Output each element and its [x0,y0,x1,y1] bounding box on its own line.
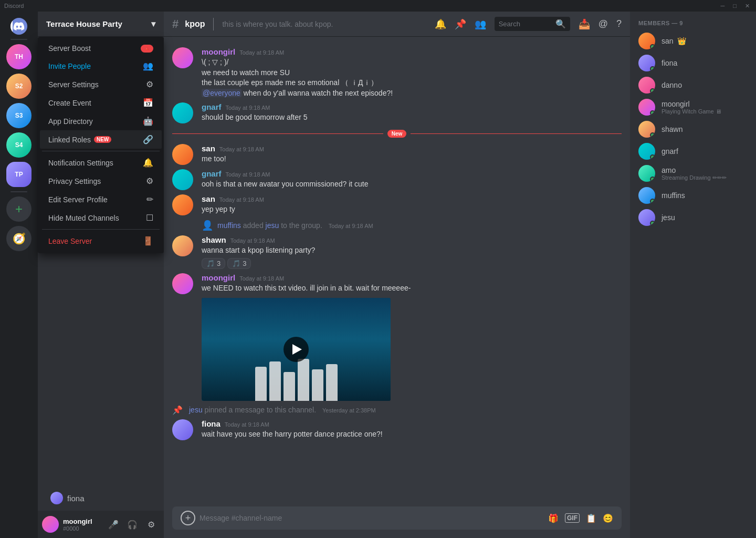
muffins-member-avatar [638,187,655,204]
message-plus-button[interactable]: + [181,511,195,525]
members-header-icon[interactable]: 👥 [475,18,486,30]
user-controls: 🎤 🎧 ⚙ [105,516,160,533]
menu-item-app-directory[interactable]: App Directory 🤖 [40,112,162,130]
user-area: moongirl #0000 🎤 🎧 ⚙ [38,511,164,538]
member-item-shawn[interactable]: shawn [634,119,752,140]
channel-item-fiona[interactable]: fiona [42,490,160,506]
member-item-danno[interactable]: danno [634,75,752,96]
menu-item-leave-server[interactable]: Leave Server 🚪 [40,232,162,250]
emoji-icon[interactable]: 😊 [603,513,613,523]
current-user-avatar [42,516,59,533]
menu-item-server-boost[interactable]: Server Boost 🔺 [40,40,162,57]
pin-icon: 📌 [172,405,183,415]
at-header-icon[interactable]: @ [598,18,608,29]
server-icon-3[interactable]: S3 [6,103,32,128]
message-content-san-2: san Today at 9:18 AM yep yep ty [202,194,622,215]
member-item-amo[interactable]: amo Streaming Drawing ✏✏✏ [634,163,752,184]
new-message-divider: New [172,130,622,138]
video-embed[interactable] [202,298,391,401]
message-author-fiona[interactable]: fiona [202,419,220,428]
help-header-icon[interactable]: ? [616,18,622,29]
member-item-gnarf[interactable]: gnarf [634,141,752,162]
gif-icon[interactable]: GIF [565,513,580,523]
server-icon-1[interactable]: TH [6,44,32,69]
message-input-placeholder[interactable]: Message #channel-name [200,514,544,522]
channel-list: fiona [38,485,164,511]
member-item-moongirl[interactable]: moongirl Playing Witch Game 🖥 [634,97,752,118]
reaction-music-1[interactable]: 🎵 3 [202,258,225,269]
message-input-icons: 🎁 GIF 📋 😊 [548,513,613,523]
server-icon-2[interactable]: S2 [6,74,32,99]
message-author-gnarf-1[interactable]: gnarf [202,102,222,111]
search-bar[interactable]: Search 🔍 [495,17,570,31]
message-author-moongirl-2[interactable]: moongirl [202,273,235,282]
new-badge: NEW [94,136,111,143]
gift-icon[interactable]: 🎁 [548,513,559,523]
menu-item-edit-server-profile[interactable]: Edit Server Profile ✏ [40,190,162,209]
menu-item-invite-people[interactable]: Invite People 👥 [40,57,162,75]
video-play-button[interactable] [284,337,309,362]
amo-member-avatar [638,165,655,182]
leave-server-label: Leave Server [48,237,92,245]
message-header-fiona: fiona Today at 9:18 AM [202,419,622,428]
mic-button[interactable]: 🎤 [105,516,122,533]
headphones-button[interactable]: 🎧 [124,516,141,533]
message-header-shawn: shawn Today at 9:18 AM [202,235,622,244]
server-header[interactable]: Terrace House Party ▾ [38,12,164,37]
message-header-1: moongirl Today at 9:18 AM [202,47,622,56]
message-reactions-shawn: 🎵 3 🎵 3 [202,258,622,269]
play-triangle-icon [292,344,302,355]
server-divider [10,39,27,40]
inbox-header-icon[interactable]: 📥 [579,18,590,30]
pin-header-icon[interactable]: 📌 [455,18,466,30]
muffins-member-info: muffins [662,191,685,200]
message-header-moongirl-2: moongirl Today at 9:18 AM [202,273,622,282]
menu-item-notification-settings[interactable]: Notification Settings 🔔 [40,153,162,172]
system-mention-muffins[interactable]: muffins [217,221,241,230]
notification-settings-label: Notification Settings [48,159,113,167]
sticker-icon[interactable]: 📋 [586,513,596,523]
message-text-san-2: yep yep ty [202,204,622,215]
user-settings-button[interactable]: ⚙ [143,516,160,533]
gnarf-avatar-1 [172,102,193,123]
san-avatar-2 [172,194,193,215]
minimize-btn[interactable]: ─ [719,3,727,9]
menu-item-create-event[interactable]: Create Event 📅 [40,94,162,112]
explore-icon[interactable]: 🧭 [6,226,32,251]
server-icon-terrace[interactable]: TP [6,162,32,187]
menu-item-hide-muted-channels[interactable]: Hide Muted Channels ☐ [40,209,162,227]
add-server-button[interactable]: + [6,196,32,222]
invite-people-label: Invite People [48,62,91,70]
message-author-shawn[interactable]: shawn [202,235,226,244]
system-message-time: Today at 9:18 AM [329,223,373,229]
menu-item-server-settings[interactable]: Server Settings ⚙ [40,75,162,94]
member-item-fiona[interactable]: fiona [634,53,752,74]
discord-home-icon[interactable] [10,18,27,35]
menu-item-privacy-settings[interactable]: Privacy Settings ⚙ [40,172,162,190]
message-author-san-2[interactable]: san [202,194,215,203]
amo-status: Streaming Drawing ✏✏✏ [662,174,727,181]
message-author-moongirl[interactable]: moongirl [202,47,235,56]
member-item-san[interactable]: san 👑 [634,30,752,51]
privacy-settings-label: Privacy Settings [48,177,101,185]
maximize-btn[interactable]: □ [731,3,739,9]
dropdown-chevron-icon[interactable]: ▾ [151,19,155,29]
menu-item-linked-roles[interactable]: Linked Roles NEW 🔗 [40,130,162,149]
reaction-music-2[interactable]: 🎵 3 [227,258,251,269]
jesu-pin-mention[interactable]: jesu [189,406,203,414]
message-text-san-1: me too! [202,154,622,164]
close-btn[interactable]: ✕ [743,3,752,9]
moongirl-avatar-1 [172,47,193,68]
message-author-san-1[interactable]: san [202,144,215,153]
san-online-indicator [650,44,655,49]
channel-header: # kpop this is where you talk. about kpo… [164,12,630,37]
member-item-muffins[interactable]: muffins [634,185,752,206]
notifications-header-icon[interactable]: 🔔 [435,18,446,30]
member-item-jesu[interactable]: jesu [634,207,752,228]
server-icon-4[interactable]: S4 [6,132,32,158]
window-controls[interactable]: ─ □ ✕ [719,3,752,9]
message-author-gnarf-2[interactable]: gnarf [202,169,222,178]
message-group-shawn: shawn Today at 9:18 AM wanna start a kpo… [164,233,630,271]
pinned-action-text: pinned a message to this channel. [205,406,316,414]
system-mention-jesu[interactable]: jesu [266,221,279,230]
